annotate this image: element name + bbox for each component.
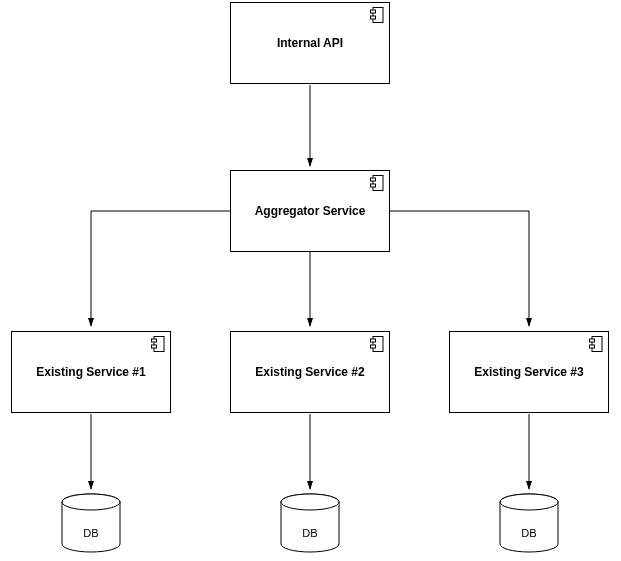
svg-rect-18	[590, 339, 595, 342]
component-aggregator: Aggregator Service	[230, 170, 390, 252]
component-label: Existing Service #3	[474, 365, 583, 379]
svg-rect-19	[590, 345, 595, 348]
component-internal-api: Internal API	[230, 2, 390, 84]
connector-arrows	[0, 0, 621, 561]
database-3: DB	[499, 493, 559, 553]
database-label: DB	[280, 527, 340, 539]
component-label: Existing Service #1	[36, 365, 145, 379]
svg-rect-13	[152, 345, 157, 348]
svg-point-21	[62, 494, 120, 510]
component-icon	[370, 336, 384, 352]
database-2: DB	[280, 493, 340, 553]
component-label: Internal API	[277, 36, 343, 50]
component-icon	[370, 7, 384, 23]
component-label: Existing Service #2	[255, 365, 364, 379]
svg-rect-10	[371, 184, 376, 187]
svg-rect-6	[371, 10, 376, 13]
component-icon	[370, 175, 384, 191]
database-1: DB	[61, 493, 121, 553]
svg-rect-7	[371, 16, 376, 19]
svg-point-23	[281, 494, 339, 510]
component-service-3: Existing Service #3	[449, 331, 609, 413]
component-icon	[151, 336, 165, 352]
database-label: DB	[61, 527, 121, 539]
component-service-1: Existing Service #1	[11, 331, 171, 413]
svg-rect-12	[152, 339, 157, 342]
database-label: DB	[499, 527, 559, 539]
svg-rect-15	[371, 339, 376, 342]
svg-rect-16	[371, 345, 376, 348]
component-service-2: Existing Service #2	[230, 331, 390, 413]
svg-rect-9	[371, 178, 376, 181]
component-icon	[589, 336, 603, 352]
svg-point-25	[500, 494, 558, 510]
component-label: Aggregator Service	[255, 204, 366, 218]
